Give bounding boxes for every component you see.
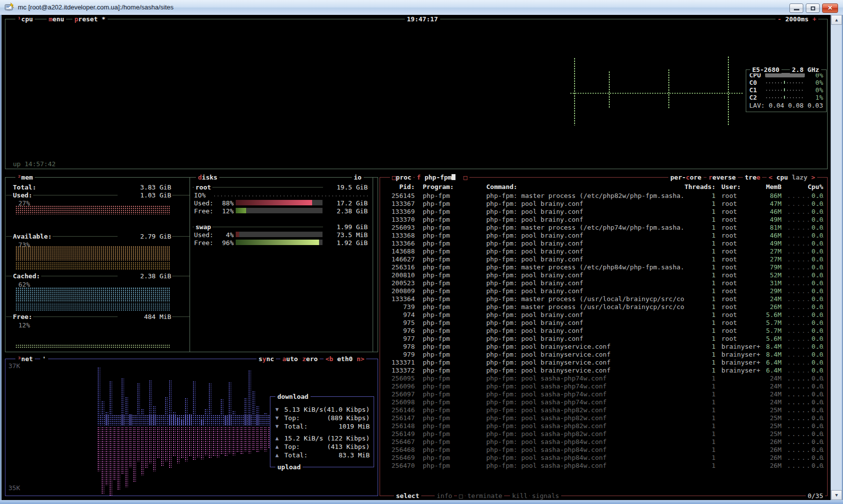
proc-row[interactable]: 256316php-fpmphp-fpm: master process (/e…	[384, 263, 826, 271]
proc-terminate-button[interactable]: terminate	[465, 492, 504, 500]
net-download-column	[193, 381, 195, 426]
disk-free-percent: 12%	[208, 207, 234, 215]
iface-prev-button[interactable]: <b	[325, 355, 333, 363]
net-iface-switcher[interactable]: <b eth0 n>	[324, 355, 366, 363]
net-scale-top: 37K	[8, 362, 20, 370]
net-scale-bottom: 35K	[8, 484, 20, 492]
proc-kill-button[interactable]: kill	[510, 492, 529, 500]
interval-minus-button[interactable]: -	[778, 15, 781, 23]
swap-free-value: 1.92 GiB	[329, 239, 368, 247]
menu-button[interactable]: menu	[47, 15, 66, 23]
tab-proc[interactable]: □proc	[390, 174, 413, 181]
net-download-column	[101, 401, 104, 426]
proc-row[interactable]: 133369php-fpmphp-fpm: pool brainy.conf1r…	[384, 208, 826, 216]
proc-row[interactable]: 739php-fpmphp-fpm: master process (/usr/…	[384, 303, 826, 311]
proc-row[interactable]: 256149php-fpmphp-fpm: pool sasha-php82w.…	[384, 430, 826, 438]
net-download-column	[153, 406, 156, 426]
iface-next-button[interactable]: n>	[357, 355, 365, 363]
proc-sort-selector[interactable]: < cpu lazy >	[767, 174, 817, 181]
proc-signals-button[interactable]: signals	[530, 492, 561, 500]
proc-reverse-toggle[interactable]: reverse	[707, 174, 738, 181]
proc-panel: □proc f php-fpm □ per-core reverse tree …	[380, 177, 828, 496]
upload-title: upload	[275, 463, 303, 471]
scroll-up-button[interactable]: ▲	[831, 15, 842, 25]
disks-io-toggle[interactable]: io	[352, 174, 364, 181]
net-upload-column	[232, 427, 235, 455]
filter-clear-button[interactable]: □	[463, 174, 467, 181]
proc-row[interactable]: 256147php-fpmphp-fpm: pool sasha-php82w.…	[384, 414, 826, 422]
download-arrow-icon: ▼	[275, 414, 279, 422]
net-upload-column	[220, 427, 223, 454]
proc-filter[interactable]: f php-fpm □	[415, 174, 469, 181]
proc-row[interactable]: 977php-fpmphp-fpm: pool brainy.conf1root…	[384, 335, 826, 343]
net-download-column	[232, 411, 235, 426]
proc-row[interactable]: 976php-fpmphp-fpm: pool brainy.conf1root…	[384, 327, 826, 335]
proc-row[interactable]: 146627php-fpmphp-fpm: pool brainy.conf1r…	[384, 255, 826, 263]
net-zero-toggle[interactable]: zero	[300, 355, 320, 363]
mem-total-value: 3.83 GiB	[118, 184, 172, 191]
proc-row[interactable]: 256096php-fpmphp-fpm: pool sasha-php74w.…	[384, 382, 826, 390]
scroll-down-button[interactable]: ▼	[831, 490, 842, 500]
swap-free-bar	[236, 240, 323, 245]
proc-row[interactable]: 200523php-fpmphp-fpm: pool brainy.conf1r…	[384, 279, 826, 287]
sort-next-icon[interactable]: >	[811, 174, 815, 181]
net-upload-column	[216, 427, 219, 457]
proc-row[interactable]: 133368php-fpmphp-fpm: pool brainy.conf1r…	[384, 232, 826, 240]
proc-row[interactable]: 133371php-fpmphp-fpm: pool brainyservice…	[384, 359, 826, 367]
proc-percore-toggle[interactable]: per-core	[668, 174, 704, 181]
net-upload-column	[189, 427, 192, 456]
net-auto-toggle[interactable]: auto	[280, 355, 300, 363]
proc-row[interactable]: 979php-fpmphp-fpm: pool brainyservice.co…	[384, 351, 826, 359]
net-download-column	[196, 417, 199, 426]
net-download-column	[117, 419, 120, 426]
mem-cached-label: Cached:	[12, 272, 41, 280]
proc-row[interactable]: 200809php-fpmphp-fpm: pool brainy.conf1r…	[384, 287, 826, 295]
cpu-meter-box: E5-2680 2.8 GHz CPU0%C00%C10%C21% LAV: 0…	[746, 69, 827, 112]
proc-row[interactable]: 256098php-fpmphp-fpm: pool sasha-php74w.…	[384, 398, 826, 406]
tab-cpu[interactable]: ¹cpu	[15, 15, 35, 23]
proc-row[interactable]: 256468php-fpmphp-fpm: pool sasha-php84w.…	[384, 446, 826, 454]
proc-row[interactable]: 256095php-fpmphp-fpm: pool sasha-php74w.…	[384, 375, 826, 382]
maximize-button[interactable]	[806, 3, 820, 13]
proc-row[interactable]: 978php-fpmphp-fpm: pool brainyservice.co…	[384, 343, 826, 351]
interval-plus-button[interactable]: +	[812, 15, 816, 23]
sort-prev-icon[interactable]: <	[769, 174, 773, 181]
proc-row[interactable]: 200810php-fpmphp-fpm: pool brainy.conf1r…	[384, 271, 826, 279]
proc-row[interactable]: 133364php-fpmphp-fpm: master process (/u…	[384, 295, 826, 303]
proc-row[interactable]: 975php-fpmphp-fpm: pool brainy.conf1root…	[384, 319, 826, 327]
scrollbar[interactable]: ▲ ▼	[831, 15, 842, 500]
tab-net[interactable]: ³net	[15, 355, 35, 363]
net-download-column	[141, 409, 144, 426]
proc-tree-toggle[interactable]: tree	[743, 174, 762, 181]
preset-button[interactable]: preset *	[72, 15, 108, 23]
net-download-column	[177, 418, 180, 426]
proc-row[interactable]: 256145php-fpmphp-fpm: master process (/e…	[384, 192, 826, 200]
proc-info-button[interactable]: info	[435, 492, 454, 500]
proc-row[interactable]: 133370php-fpmphp-fpm: pool brainy.conf1r…	[384, 216, 826, 224]
net-download-column	[121, 378, 124, 426]
proc-row[interactable]: 143688php-fpmphp-fpm: pool brainy.conf1r…	[384, 248, 826, 255]
proc-row[interactable]: 256097php-fpmphp-fpm: pool sasha-php74w.…	[384, 390, 826, 398]
proc-select-button[interactable]: select	[394, 492, 421, 500]
net-sync-toggle[interactable]: sync	[257, 355, 276, 363]
close-button[interactable]: ✕	[822, 3, 838, 13]
tab-mem[interactable]: ²mem	[15, 174, 35, 181]
proc-row[interactable]: 256469php-fpmphp-fpm: pool sasha-php84w.…	[384, 454, 826, 462]
proc-row[interactable]: 133366php-fpmphp-fpm: pool brainy.conf1r…	[384, 240, 826, 248]
proc-row[interactable]: 133367php-fpmphp-fpm: pool brainy.conf1r…	[384, 200, 826, 208]
cpu-graph-spike	[574, 58, 576, 126]
mem-free-percent: 12%	[18, 321, 30, 329]
minimize-button[interactable]	[789, 3, 803, 13]
proc-row[interactable]: 256148php-fpmphp-fpm: pool sasha-php82w.…	[384, 422, 826, 430]
proc-row[interactable]: 256467php-fpmphp-fpm: pool sasha-php84w.…	[384, 438, 826, 446]
terminal[interactable]: ¹cpu menu preset * 19:47:17 - 2000ms + E…	[1, 15, 831, 500]
net-upload-column	[248, 427, 251, 453]
proc-row[interactable]: 133372php-fpmphp-fpm: pool brainyservice…	[384, 367, 826, 375]
proc-row[interactable]: 974php-fpmphp-fpm: pool brainy.conf1root…	[384, 311, 826, 319]
proc-row[interactable]: 256470php-fpmphp-fpm: pool sasha-php84w.…	[384, 462, 826, 470]
disk-root-name: root	[194, 184, 212, 191]
proc-row[interactable]: 256093php-fpmphp-fpm: master process (/e…	[384, 224, 826, 232]
titlebar[interactable]: mc [root@a202.itdeveloper.com.ua]:/home/…	[0, 0, 843, 15]
mem-cached-band	[15, 287, 170, 302]
proc-row[interactable]: 256146php-fpmphp-fpm: pool sasha-php82w.…	[384, 406, 826, 414]
